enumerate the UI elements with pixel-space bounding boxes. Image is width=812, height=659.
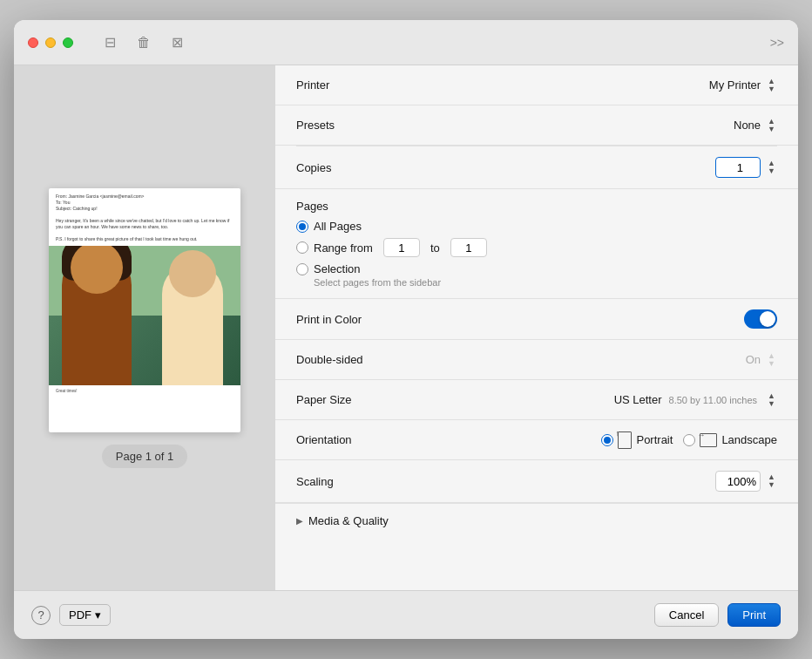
double-sided-value: On: [746, 353, 761, 366]
inbox-icon[interactable]: ⊟: [105, 34, 116, 51]
paper-size-label: Paper Size: [296, 393, 401, 406]
trash-icon[interactable]: 🗑: [137, 35, 151, 51]
pages-label: Pages: [296, 200, 777, 213]
double-sided-label: Double-sided: [296, 353, 401, 366]
pdf-chevron: ▾: [95, 608, 101, 622]
maximize-button[interactable]: [63, 37, 73, 48]
cancel-button[interactable]: Cancel: [654, 603, 719, 627]
printer-label: Printer: [296, 78, 401, 92]
titlebar: ⊟ 🗑 ⊠ >>: [14, 20, 798, 65]
copies-row: Copies ▲ ▼: [275, 146, 798, 189]
toolbar-expand-icon[interactable]: >>: [770, 36, 784, 50]
page-preview: From: Jasmine Garcia <jasmine@email.com>…: [49, 188, 240, 432]
bottom-bar: ? PDF ▾ Cancel Print: [14, 590, 798, 639]
paper-size-value: US Letter: [614, 393, 662, 406]
range-row[interactable]: Range from to: [296, 238, 777, 257]
print-in-color-label: Print in Color: [296, 313, 401, 326]
copies-value-container: ▲ ▼: [715, 157, 777, 178]
scaling-down-arrow[interactable]: ▼: [766, 481, 777, 489]
landscape-radio[interactable]: [683, 434, 695, 446]
all-pages-label: All Pages: [314, 220, 362, 233]
print-dialog: ⊟ 🗑 ⊠ >> From: Jasmine Garcia <jasmine@e…: [14, 20, 798, 639]
range-to-label: to: [430, 241, 440, 255]
page-indicator: Page 1 of 1: [102, 445, 188, 468]
presets-label: Presets: [296, 119, 401, 132]
printer-row: Printer My Printer ▲ ▼: [275, 65, 798, 105]
paper-size-value-container[interactable]: US Letter 8.50 by 11.00 inches ▲ ▼: [614, 392, 777, 408]
presets-value-text: None: [734, 119, 761, 132]
paper-size-sub: 8.50 by 11.00 inches: [669, 395, 758, 405]
all-pages-radio[interactable]: [296, 221, 308, 233]
range-label: Range from: [314, 241, 373, 255]
preview-email-header: From: Jasmine Garcia <jasmine@email.com>…: [49, 188, 240, 246]
double-sided-down-arrow[interactable]: ▼: [766, 360, 777, 368]
paper-size-row: Paper Size US Letter 8.50 by 11.00 inche…: [275, 380, 798, 420]
selection-radio[interactable]: [296, 263, 308, 275]
copies-down-arrow[interactable]: ▼: [766, 167, 777, 175]
landscape-label: Landscape: [721, 433, 777, 446]
print-in-color-toggle[interactable]: [744, 309, 777, 329]
selection-row[interactable]: Selection: [296, 262, 777, 275]
scaling-row: Scaling ▲ ▼: [275, 460, 798, 503]
presets-row: Presets None ▲ ▼: [275, 105, 798, 146]
presets-value[interactable]: None ▲ ▼: [734, 118, 777, 133]
range-from-input[interactable]: [383, 238, 420, 257]
printer-value-text: My Printer: [709, 78, 761, 92]
double-sided-row: Double-sided On ▲ ▼: [275, 340, 798, 380]
orientation-label: Orientation: [296, 433, 401, 446]
pdf-button[interactable]: PDF ▾: [59, 604, 111, 626]
close-button[interactable]: [28, 37, 38, 48]
selection-label: Selection: [314, 262, 360, 275]
range-radio[interactable]: [296, 241, 308, 254]
media-quality-label: Media & Quality: [308, 514, 389, 527]
pages-section: Pages All Pages Range from to: [275, 189, 798, 299]
xbox-icon[interactable]: ⊠: [172, 34, 183, 51]
copies-label: Copies: [296, 161, 401, 174]
print-button[interactable]: Print: [727, 603, 781, 627]
selection-hint: Select pages from the sidebar: [314, 277, 777, 288]
minimize-button[interactable]: [45, 37, 56, 48]
orientation-options: ↑ Portrait → Landscape: [601, 431, 777, 449]
copies-input[interactable]: [715, 157, 761, 178]
pdf-label: PDF: [69, 608, 91, 622]
print-in-color-row: Print in Color: [275, 299, 798, 340]
preview-caption: Great times!: [49, 385, 240, 398]
portrait-label: Portrait: [636, 433, 673, 446]
orientation-row: Orientation ↑ Portrait: [275, 420, 798, 460]
range-to-input[interactable]: [450, 238, 487, 257]
settings-panel: Printer My Printer ▲ ▼ Presets None ▲ ▼: [275, 65, 798, 590]
content-area: From: Jasmine Garcia <jasmine@email.com>…: [14, 65, 798, 590]
preview-image: [49, 246, 240, 385]
landscape-icon: →: [700, 433, 717, 447]
scaling-label: Scaling: [296, 475, 401, 488]
presets-down-arrow[interactable]: ▼: [766, 126, 777, 133]
media-quality-chevron: ▶: [296, 516, 303, 526]
help-button[interactable]: ?: [31, 606, 51, 625]
printer-value[interactable]: My Printer ▲ ▼: [709, 78, 777, 93]
scaling-input[interactable]: [715, 471, 761, 492]
all-pages-row[interactable]: All Pages: [296, 220, 777, 233]
landscape-option[interactable]: → Landscape: [683, 433, 777, 447]
media-quality-section[interactable]: ▶ Media & Quality: [275, 503, 798, 538]
paper-size-down-arrow[interactable]: ▼: [766, 400, 777, 408]
printer-down-arrow[interactable]: ▼: [766, 85, 777, 93]
portrait-icon: ↑: [618, 431, 632, 449]
portrait-option[interactable]: ↑ Portrait: [601, 431, 673, 449]
portrait-radio[interactable]: [601, 434, 613, 446]
preview-panel: From: Jasmine Garcia <jasmine@email.com>…: [14, 65, 275, 590]
